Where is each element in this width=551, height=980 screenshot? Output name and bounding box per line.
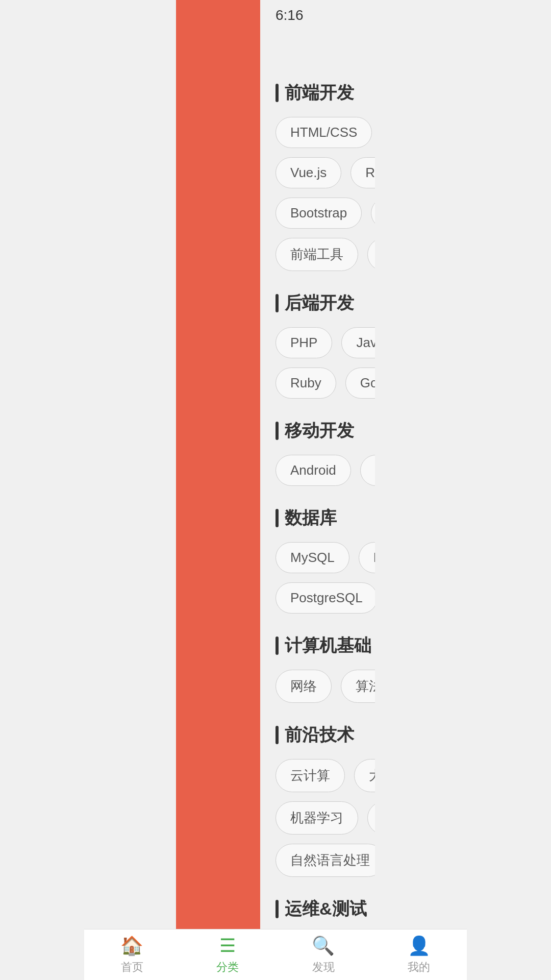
tag----[interactable]: 大数据 (354, 759, 375, 792)
outer-wrapper: 6:16 📶 🔋 100% 课程分类 前端开发HTML/CSSJavaScrip… (176, 0, 375, 980)
section-title-cs-basics: 计算机基础 (276, 634, 375, 657)
tag-Ruby[interactable]: Ruby (276, 368, 336, 399)
scroll-area[interactable]: 前端开发HTML/CSSJavaScriptNode.jsVue.jsReact… (260, 81, 375, 979)
section-title-mobile: 移动开发 (276, 419, 375, 443)
tags-mobile: AndroidIOSUnity 3DCocos2d-x (276, 455, 375, 486)
tag---[interactable]: 网络 (276, 670, 332, 703)
tags-frontend: HTML/CSSJavaScriptNode.jsVue.jsReact.jsA… (276, 117, 375, 271)
tag-Bootstrap[interactable]: Bootstrap (276, 198, 362, 229)
status-bar: 6:16 📶 🔋 100% (260, 0, 375, 31)
tag-IOS[interactable]: IOS (360, 455, 375, 486)
section-title-frontier: 前沿技术 (276, 723, 375, 747)
status-time: 6:16 (276, 7, 304, 23)
tag-MongoDB[interactable]: MongoDB (359, 542, 375, 573)
page-title: 课程分类 (260, 31, 375, 81)
section-mobile: 移动开发AndroidIOSUnity 3DCocos2d-x (276, 419, 375, 486)
section-backend: 后端开发PHPJavaPythonCC++RubyGoC# (276, 291, 375, 399)
tag----[interactable]: 云计算 (276, 759, 345, 792)
section-title-backend: 后端开发 (276, 291, 375, 315)
tag---[interactable]: 算法 (341, 670, 375, 703)
tag-----[interactable]: 前端工具 (276, 238, 358, 271)
tag-React-js[interactable]: React.js (350, 157, 375, 188)
tag-PHP[interactable]: PHP (276, 327, 332, 358)
section-cs-basics: 计算机基础网络算法数学 (276, 634, 375, 703)
tags-frontier: 云计算大数据微服务区块链机器学习深度学习数据分析自然语言处理 (276, 759, 375, 877)
tag-----[interactable]: 深度学习 (367, 801, 375, 835)
nav-item-discover[interactable]: 🔍 发现 (276, 935, 371, 975)
tag-Java[interactable]: Java (341, 327, 375, 358)
bottom-nav: 🏠 首页 ☰ 分类 🔍 发现 👤 我的 (260, 929, 375, 980)
phone-frame: 6:16 📶 🔋 100% 课程分类 前端开发HTML/CSSJavaScrip… (260, 0, 375, 980)
tag-Sass-Less[interactable]: Sass/Less (371, 198, 375, 229)
discover-icon: 🔍 (312, 935, 335, 957)
nav-label-discover: 发现 (312, 960, 335, 975)
tag-Vue-js[interactable]: Vue.js (276, 157, 341, 188)
section-database: 数据库MySQLMongoDBRedisOraclePostgreSQL (276, 506, 375, 614)
nav-item-mine[interactable]: 👤 我的 (371, 935, 375, 975)
tag-MySQL[interactable]: MySQL (276, 542, 349, 573)
tag----[interactable]: 小程序 (367, 238, 375, 271)
sections-container: 前端开发HTML/CSSJavaScriptNode.jsVue.jsReact… (276, 81, 375, 979)
nav-item-category[interactable]: ☰ 分类 (260, 935, 276, 975)
section-frontend: 前端开发HTML/CSSJavaScriptNode.jsVue.jsReact… (276, 81, 375, 271)
tag-Go[interactable]: Go (345, 368, 375, 399)
tag-------[interactable]: 自然语言处理 (276, 844, 375, 877)
tag-HTML-CSS[interactable]: HTML/CSS (276, 117, 372, 148)
section-frontier: 前沿技术云计算大数据微服务区块链机器学习深度学习数据分析自然语言处理 (276, 723, 375, 877)
tag-Android[interactable]: Android (276, 455, 351, 486)
section-title-frontend: 前端开发 (276, 81, 375, 105)
content: 前端开发HTML/CSSJavaScriptNode.jsVue.jsReact… (260, 81, 375, 979)
section-title-devops: 运维&测试 (276, 897, 375, 921)
tags-database: MySQLMongoDBRedisOraclePostgreSQL (276, 542, 375, 614)
tags-backend: PHPJavaPythonCC++RubyGoC# (276, 327, 375, 399)
tags-cs-basics: 网络算法数学 (276, 670, 375, 703)
tag-----[interactable]: 机器学习 (276, 801, 358, 835)
tag-PostgreSQL[interactable]: PostgreSQL (276, 582, 375, 614)
section-title-database: 数据库 (276, 506, 375, 530)
